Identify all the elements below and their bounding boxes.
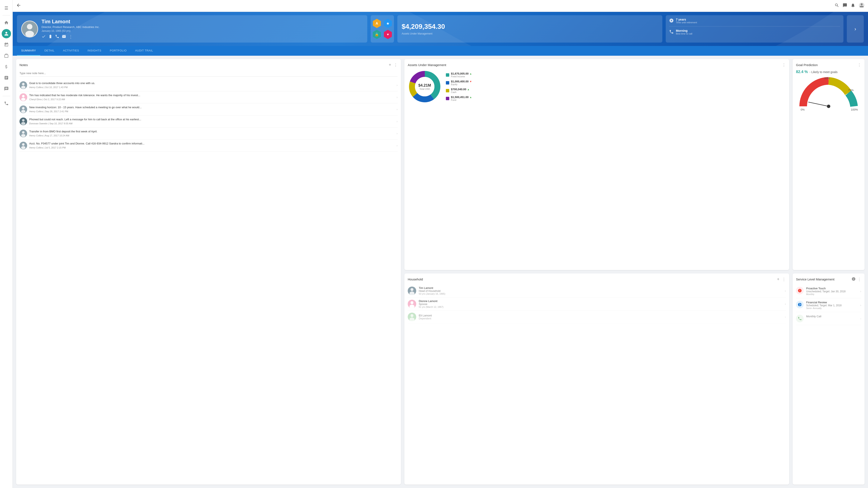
member-role: Dependent xyxy=(419,317,782,320)
svg-point-16 xyxy=(22,83,25,85)
calendar-icon[interactable] xyxy=(2,40,11,49)
search-icon[interactable] xyxy=(835,3,839,9)
household-member[interactable]: Dionne Lamont Spouse 51 yrs (March 12, 1… xyxy=(408,297,786,310)
slm-chevron[interactable]: › xyxy=(860,317,861,320)
badge-lock[interactable]: 🔒 xyxy=(372,30,381,39)
retirement-stat: 7 years Time until retirement xyxy=(669,18,840,24)
household-chevron[interactable]: › xyxy=(785,302,786,306)
legend-fixed-income: $1,670,005.00 ▲ Fixed Income xyxy=(446,72,472,78)
note-item[interactable]: Tim has indicated that he has moderate r… xyxy=(20,91,398,103)
svg-point-17 xyxy=(21,86,25,89)
chat-icon[interactable] xyxy=(2,84,11,93)
content-area: Assets Under Management ⋮ xyxy=(13,56,868,488)
menu-icon[interactable]: ☰ xyxy=(2,3,11,13)
household-chevron[interactable]: › xyxy=(785,289,786,293)
add-household-button[interactable]: + xyxy=(777,277,779,282)
note-avatar xyxy=(20,81,27,89)
note-item[interactable]: New investing horizon: 10 - 15 years. Ha… xyxy=(20,103,398,116)
svg-point-3 xyxy=(25,31,34,37)
household-member[interactable]: Tim Lamont Head of Household 53 yrs (Jan… xyxy=(408,284,786,297)
member-dob: 51 yrs (March 12, 1967) xyxy=(419,306,782,308)
donut-label: Total USD xyxy=(418,88,431,90)
retirement-years: 7 years xyxy=(676,18,697,21)
household-card: Household + ⋮ Tim Lamont Head of Househo… xyxy=(404,273,789,485)
badges-card: A ★ 🔒 ♥ xyxy=(371,15,394,42)
badge-a[interactable]: A xyxy=(372,19,381,28)
main-content: Tim Lamont Director, Product Research, A… xyxy=(13,0,868,488)
note-item[interactable]: Goal is to consolidate three accounts in… xyxy=(20,79,398,91)
note-item[interactable]: Acct. No. F04577 under joint Tim and Dio… xyxy=(20,140,398,152)
dollar-icon[interactable] xyxy=(2,62,11,71)
retirement-icon xyxy=(669,18,674,24)
slm-item[interactable]: Monthly Call › xyxy=(796,312,861,325)
household-avatar xyxy=(408,313,416,321)
svg-point-25 xyxy=(22,119,25,122)
add-note-button[interactable]: + xyxy=(389,62,391,67)
tab-insights[interactable]: INSIGHTS xyxy=(83,46,105,56)
home-icon[interactable] xyxy=(2,18,11,27)
note-chevron[interactable]: › xyxy=(397,84,398,87)
more-options-icon[interactable]: ⋮ xyxy=(69,34,73,39)
new-note-input[interactable] xyxy=(20,70,398,77)
tab-audit-trail[interactable]: AUDIT TRAIL xyxy=(131,46,157,56)
cash-label: Cash xyxy=(451,91,470,93)
slm-name: Financial Review xyxy=(806,301,858,304)
note-avatar xyxy=(20,130,27,137)
aum-value-card: $4,209,354.30 Assets Under Management xyxy=(397,15,662,42)
email-icon[interactable] xyxy=(62,34,66,39)
call-icon xyxy=(669,29,674,35)
household-chevron[interactable]: › xyxy=(785,315,786,318)
tab-activities[interactable]: ACTIVITIES xyxy=(59,46,83,56)
note-text: Tim has indicated that he has moderate r… xyxy=(29,93,394,97)
note-item[interactable]: Phoned but could not reach. Left a messa… xyxy=(20,116,398,127)
tab-summary[interactable]: SUMMARY xyxy=(17,46,40,56)
tab-portfolio[interactable]: PORTFOLIO xyxy=(105,46,131,56)
mobile-icon[interactable] xyxy=(48,34,53,39)
account-icon[interactable] xyxy=(859,2,865,9)
equity-value: $1,000,400.00 xyxy=(451,80,468,83)
topbar-actions xyxy=(835,2,865,9)
sidebar: ☰ xyxy=(0,0,13,488)
phone-icon[interactable] xyxy=(2,99,11,108)
svg-point-32 xyxy=(21,146,25,149)
note-item[interactable]: Transfer in from BMO first deposit the f… xyxy=(20,127,398,140)
profile-details: Tim Lamont Director, Product Research, A… xyxy=(41,19,363,39)
legend-equity: $1,000,400.00 ▼ Equity xyxy=(446,80,472,86)
person-icon[interactable] xyxy=(2,29,11,38)
note-chevron[interactable]: › xyxy=(397,108,398,111)
donut-chart: $4.21M Total USD xyxy=(408,70,442,103)
briefcase-icon[interactable] xyxy=(2,51,11,60)
reports-icon[interactable] xyxy=(2,73,11,82)
aum-widget-menu[interactable]: ⋮ xyxy=(782,62,786,67)
profile-title: Director, Product Research, ABC Industri… xyxy=(41,25,363,29)
note-text: Transfer in from BMO first deposit the f… xyxy=(29,130,394,133)
goal-menu[interactable]: ⋮ xyxy=(858,62,861,67)
household-member[interactable]: Eli Lamont Dependent › xyxy=(408,310,786,324)
notes-menu[interactable]: ⋮ xyxy=(394,63,398,67)
goal-prediction-title: Goal Prediction xyxy=(796,63,818,67)
profile-name: Tim Lamont xyxy=(41,19,363,25)
badge-heart[interactable]: ♥ xyxy=(383,30,393,39)
note-chevron[interactable]: › xyxy=(397,95,398,99)
expand-profile-button[interactable]: › xyxy=(847,15,864,42)
note-chevron[interactable]: › xyxy=(397,144,398,147)
note-text: New investing horizon: 10 - 15 years. Ha… xyxy=(29,105,394,109)
message-icon[interactable] xyxy=(843,3,847,9)
profile-avatar xyxy=(21,21,38,37)
note-chevron[interactable]: › xyxy=(397,132,398,135)
slm-chevron[interactable]: › xyxy=(860,289,861,293)
slm-chevron[interactable]: › xyxy=(860,304,861,307)
tab-detail[interactable]: DETAIL xyxy=(40,46,59,56)
notification-icon[interactable] xyxy=(850,3,855,9)
phone-action-icon[interactable] xyxy=(55,34,59,39)
slm-item[interactable]: Proactive Touch Unscheduled; Target: Jan… xyxy=(796,284,861,298)
badge-star[interactable]: ★ xyxy=(383,19,393,28)
back-button[interactable] xyxy=(16,3,21,9)
svg-point-31 xyxy=(22,143,25,146)
household-menu[interactable]: ⋮ xyxy=(782,277,786,282)
note-chevron[interactable]: › xyxy=(397,120,398,123)
slm-info-icon[interactable] xyxy=(851,277,856,282)
task-icon[interactable] xyxy=(41,34,46,39)
slm-item[interactable]: Financial Review Scheduled; Target: Mar … xyxy=(796,298,861,312)
slm-menu[interactable]: ⋮ xyxy=(858,277,861,282)
